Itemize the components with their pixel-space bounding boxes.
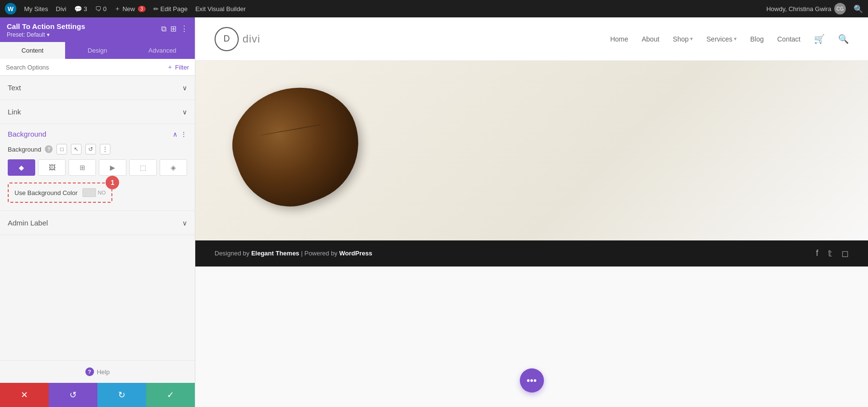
panel-header: Call To Action Settings Preset: Default …	[0, 17, 195, 42]
toggle-row: NO	[82, 188, 106, 197]
bg-type-image[interactable]: 🖼	[38, 159, 66, 176]
nav-blog[interactable]: Blog	[750, 35, 764, 43]
logo-circle: D	[215, 27, 239, 51]
services-chevron-icon: ▾	[734, 36, 737, 42]
panel-preset[interactable]: Preset: Default ▾	[7, 31, 85, 38]
more-icon[interactable]: ⋮	[180, 24, 188, 33]
comment-icon[interactable]: 💬 3	[74, 5, 87, 13]
text-chevron-icon: ∨	[182, 84, 187, 92]
text-section[interactable]: Text ∨	[0, 76, 195, 100]
search-bar: ＋ Filter	[0, 59, 195, 76]
howdy-text: Howdy, Christina Gwira CG	[766, 3, 846, 14]
badge-number: 1	[106, 176, 119, 189]
bread-image	[234, 88, 359, 213]
admin-label-chevron-icon: ∨	[182, 219, 187, 227]
shop-chevron-icon: ▾	[690, 36, 693, 42]
bg-desktop-icon[interactable]: □	[56, 144, 67, 154]
bg-type-pattern[interactable]: ⬚	[129, 159, 157, 176]
panel-tabs: Content Design Advanced	[0, 42, 195, 59]
save-button[interactable]: ✓	[146, 383, 195, 407]
help-label: Help	[97, 368, 110, 376]
designed-by-label: Designed by	[215, 250, 251, 257]
instagram-icon[interactable]: ◻	[841, 248, 849, 259]
help-icon: ?	[85, 367, 94, 376]
color-swatch[interactable]	[82, 188, 96, 197]
bg-help-icon[interactable]: ?	[45, 145, 53, 153]
link-section[interactable]: Link ∨	[0, 100, 195, 124]
wordpress-icon[interactable]: W	[5, 3, 16, 14]
nav-services[interactable]: Services ▾	[706, 35, 737, 43]
bg-type-mask[interactable]: ◈	[160, 159, 187, 176]
bread-visual	[218, 70, 375, 222]
my-sites-label: My Sites	[24, 5, 48, 13]
bg-undo-icon[interactable]: ↺	[85, 144, 96, 154]
site-nav: Home About Shop ▾ Services ▾ Blog Contac…	[610, 34, 849, 44]
nav-about[interactable]: About	[642, 35, 660, 43]
bg-label: Background	[8, 146, 41, 153]
bg-options-icon[interactable]: ⋮	[100, 144, 110, 154]
undo-button[interactable]: ↺	[49, 383, 97, 407]
admin-search-icon[interactable]: 🔍	[854, 4, 863, 14]
powered-by-label: | Powered by	[301, 250, 339, 257]
tab-content[interactable]: Content	[0, 42, 65, 59]
background-header-icons: ∧ ⋮	[173, 130, 187, 138]
redo-button[interactable]: ↻	[97, 383, 146, 407]
background-title: Background	[8, 130, 46, 138]
admin-label-text: Admin Label	[8, 219, 48, 227]
footer-text: Designed by Elegant Themes | Powered by …	[215, 250, 372, 257]
use-bg-color-label: Use Background Color	[14, 189, 78, 196]
logo-text: divi	[243, 33, 260, 45]
filter-button[interactable]: ＋ Filter	[167, 63, 189, 71]
tab-advanced[interactable]: Advanced	[130, 42, 195, 59]
user-avatar: CG	[834, 3, 846, 14]
edit-page-btn[interactable]: ✏ Edit Page	[153, 5, 188, 13]
new-menu[interactable]: ＋ New 3	[114, 4, 146, 13]
bread-crack	[260, 124, 322, 136]
panel-title: Call To Action Settings	[7, 22, 85, 30]
wordpress-label[interactable]: WordPress	[339, 250, 372, 257]
facebook-icon[interactable]: f	[816, 248, 818, 259]
divi-menu[interactable]: Divi	[56, 5, 67, 13]
plus-icon: ＋	[167, 63, 173, 71]
nav-contact[interactable]: Contact	[777, 35, 800, 43]
nav-home[interactable]: Home	[610, 35, 628, 43]
settings-panel: Call To Action Settings Preset: Default …	[0, 17, 195, 407]
grid-icon[interactable]: ⊞	[170, 24, 176, 33]
bg-type-video[interactable]: ▶	[99, 159, 126, 176]
bg-type-color[interactable]: ◆	[8, 159, 35, 176]
elegant-themes-label[interactable]: Elegant Themes	[251, 250, 299, 257]
copy-icon[interactable]: ⧉	[161, 25, 166, 33]
hero-section	[195, 61, 868, 240]
help-section[interactable]: ? Help	[0, 360, 195, 383]
dots-icon: •••	[527, 375, 537, 386]
divi-label: Divi	[56, 5, 67, 13]
site-logo: D divi	[215, 27, 260, 51]
my-sites-menu[interactable]: My Sites	[24, 5, 48, 13]
use-bg-color-box: Use Background Color NO	[8, 182, 112, 203]
text-section-label: Text	[8, 84, 21, 92]
site-main: Designed by Elegant Themes | Powered by …	[195, 61, 868, 407]
cancel-button[interactable]: ✕	[0, 383, 49, 407]
filter-label: Filter	[175, 64, 189, 71]
link-section-label: Link	[8, 108, 21, 116]
bg-type-gradient[interactable]: ⊞	[68, 159, 96, 176]
bg-cursor-icon[interactable]: ↖	[71, 144, 81, 154]
twitter-icon[interactable]: 𝕥	[828, 248, 832, 259]
background-section: Background ∧ ⋮ Background ? □ ↖ ↺ ⋮	[0, 124, 195, 211]
floating-action-button[interactable]: •••	[520, 368, 544, 393]
new-badge: 3	[138, 6, 146, 12]
site-footer: Designed by Elegant Themes | Powered by …	[195, 240, 868, 267]
message-icon[interactable]: 🗨 0	[95, 5, 107, 13]
site-header: D divi Home About Shop ▾ Services ▾ Blog…	[195, 17, 868, 61]
background-collapse-icon[interactable]: ∧	[173, 130, 177, 138]
nav-shop[interactable]: Shop ▾	[673, 35, 693, 43]
exit-builder-btn[interactable]: Exit Visual Builder	[195, 5, 246, 13]
panel-header-icons: ⧉ ⊞ ⋮	[161, 24, 188, 33]
search-icon[interactable]: 🔍	[838, 34, 849, 44]
new-label: New	[122, 5, 135, 13]
tab-design[interactable]: Design	[65, 42, 130, 59]
background-more-icon[interactable]: ⋮	[180, 130, 187, 138]
search-input[interactable]	[6, 64, 163, 71]
cart-icon[interactable]: 🛒	[814, 34, 825, 44]
admin-label-section[interactable]: Admin Label ∨	[0, 211, 195, 235]
